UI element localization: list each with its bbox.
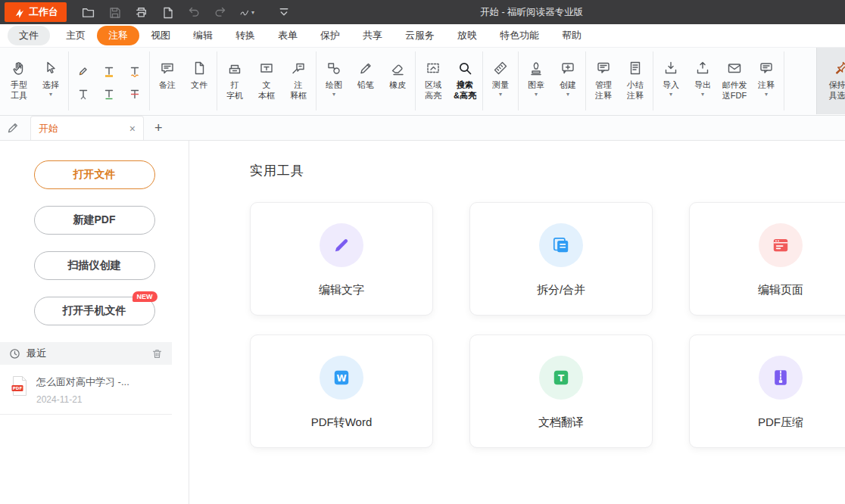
svg-text:W: W: [336, 373, 346, 384]
menu-tab-comment[interactable]: 注释: [97, 26, 139, 45]
menu-tab-present[interactable]: 放映: [446, 26, 488, 45]
ribbon: 手型工具 选择 备注: [0, 47, 845, 116]
ribbon-callout[interactable]: 注释框: [282, 58, 314, 101]
ribbon-stamp[interactable]: 图章: [520, 58, 552, 98]
freehand-highlight-icon[interactable]: [70, 60, 96, 82]
menu-tab-form[interactable]: 表单: [267, 26, 309, 45]
card-pdf-compress[interactable]: PDF压缩: [689, 334, 845, 448]
ribbon-drawing[interactable]: 绘图: [318, 58, 350, 98]
new-tab-icon[interactable]: [154, 121, 163, 135]
card-pdf-to-word[interactable]: W PDF转Word: [250, 334, 433, 448]
text-markup-group: [70, 60, 148, 105]
recent-file-date: 2024-11-21: [36, 394, 129, 405]
doc-tab-label: 开始: [39, 122, 58, 135]
doc-tab-start[interactable]: 开始: [30, 116, 144, 140]
ribbon-measure[interactable]: 测量: [485, 58, 516, 98]
menu-tab-cloud[interactable]: 云服务: [394, 26, 446, 45]
ribbon-pencil[interactable]: 铅笔: [350, 58, 382, 91]
pdf-file-icon: PDF: [11, 375, 29, 405]
ribbon-note[interactable]: 备注: [151, 58, 183, 91]
dropdown-caret-icon: [49, 92, 52, 98]
close-tab-icon[interactable]: [129, 123, 136, 134]
menu-tab-protect[interactable]: 保护: [309, 26, 351, 45]
ribbon-search-highlight[interactable]: 搜索&高亮: [449, 58, 481, 101]
recent-title: 最近: [27, 347, 46, 360]
redo-icon[interactable]: [213, 5, 228, 20]
ribbon-area-highlight[interactable]: 区域高亮: [417, 58, 449, 101]
text-strikeout-icon[interactable]: [122, 82, 148, 105]
scanner-create-button[interactable]: 扫描仪创建: [34, 251, 155, 280]
card-edit-text[interactable]: 编辑文字: [250, 202, 433, 316]
new-badge: NEW: [133, 291, 157, 302]
svg-text:T: T: [558, 373, 565, 384]
search-highlight-icon: [457, 58, 473, 78]
quick-access-toolbar: [80, 5, 292, 20]
ribbon-import-comments[interactable]: 导入: [655, 58, 687, 98]
open-file-button[interactable]: 打开文件: [34, 160, 155, 189]
dropdown-caret-icon: [535, 92, 538, 98]
svg-text:PDF: PDF: [13, 386, 23, 390]
menu-tab-convert[interactable]: 转换: [224, 26, 267, 45]
workspace-label: 工作台: [29, 5, 58, 19]
ribbon-select-tool[interactable]: 选择: [35, 58, 67, 98]
drawing-icon: [326, 58, 342, 78]
ribbon-email-fdf[interactable]: 邮件发送FDF: [719, 58, 750, 101]
card-edit-pages[interactable]: 编辑页面: [689, 202, 845, 316]
comments-panel-icon: [758, 58, 775, 78]
eraser-icon: [389, 58, 406, 78]
text-squiggly-icon[interactable]: [122, 60, 148, 82]
ribbon-create-stamp[interactable]: 创建: [552, 58, 584, 98]
dropdown-caret-icon: [669, 92, 672, 98]
open-folder-icon[interactable]: [80, 5, 95, 20]
new-pdf-button[interactable]: 新建PDF: [34, 206, 155, 235]
edit-pages-icon: [759, 223, 803, 267]
window-title: 开始 - 福昕阅读器专业版: [480, 0, 583, 24]
file-attachment-icon: [191, 58, 207, 78]
area-highlight-icon: [425, 58, 441, 78]
callout-icon: [290, 58, 307, 78]
menu-tab-share[interactable]: 共享: [351, 26, 394, 45]
ribbon-typewriter[interactable]: 打字机: [219, 58, 251, 101]
print-icon[interactable]: [133, 5, 148, 20]
menu-tab-home[interactable]: 主页: [55, 26, 97, 45]
menu-tab-edit[interactable]: 编辑: [182, 26, 224, 45]
recent-file-name: 怎么面对高中学习 -...: [36, 375, 129, 389]
ribbon-export-comments[interactable]: 导出: [687, 58, 719, 98]
ribbon-file-attachment[interactable]: 文件: [183, 58, 215, 91]
text-underline-icon[interactable]: [96, 82, 122, 105]
card-split-merge[interactable]: 拆分/合并: [469, 202, 653, 316]
menu-tab-help[interactable]: 帮助: [550, 26, 593, 45]
customize-toolbar-icon[interactable]: [276, 5, 292, 20]
undo-icon[interactable]: [186, 5, 201, 20]
text-insert-icon[interactable]: [70, 82, 96, 105]
dropdown-caret-icon: [701, 92, 704, 98]
dropdown-caret-icon: [499, 92, 502, 98]
ribbon-summary-comments[interactable]: 小结注释: [619, 58, 651, 101]
keep-tool-selected[interactable]: 保持工具选择: [816, 48, 845, 114]
ribbon-eraser[interactable]: 橡皮: [382, 58, 413, 91]
main-panel: 实用工具 编辑文字 拆分/合并: [189, 141, 845, 504]
foxit-logo: [13, 7, 24, 18]
card-doc-translate[interactable]: T 文档翻译: [469, 334, 653, 448]
ribbon-hand-tool[interactable]: 手型工具: [3, 58, 35, 101]
recent-file-item[interactable]: PDF 怎么面对高中学习 -... 2024-11-21: [0, 365, 172, 415]
open-mobile-files-button[interactable]: 打开手机文件 NEW: [34, 297, 155, 325]
measure-icon: [492, 58, 509, 78]
export-page-icon[interactable]: [160, 5, 175, 20]
pencil-icon: [357, 58, 374, 78]
recent-section-header: 最近: [0, 342, 172, 365]
menu-tab-view[interactable]: 视图: [139, 26, 182, 45]
manage-comments-icon: [595, 58, 612, 78]
ribbon-manage-comments[interactable]: 管理注释: [588, 58, 619, 101]
trash-icon[interactable]: [151, 348, 163, 359]
foxit-reader-window: 工作台 开始 - 福昕阅读器专业版 文件 主页 注释 视图 编辑 转换 表单 保…: [0, 0, 845, 504]
ink-tool-icon[interactable]: [239, 5, 254, 20]
ribbon-textbox[interactable]: 文本框: [251, 58, 282, 101]
annotation-pen-icon[interactable]: [6, 121, 20, 135]
menu-tab-features[interactable]: 特色功能: [488, 26, 550, 45]
save-icon[interactable]: [107, 5, 122, 20]
ribbon-comments-panel[interactable]: 注释: [750, 58, 782, 98]
menu-tab-file[interactable]: 文件: [8, 26, 50, 45]
workspace-button[interactable]: 工作台: [5, 2, 67, 22]
text-highlight-icon[interactable]: [96, 60, 122, 82]
